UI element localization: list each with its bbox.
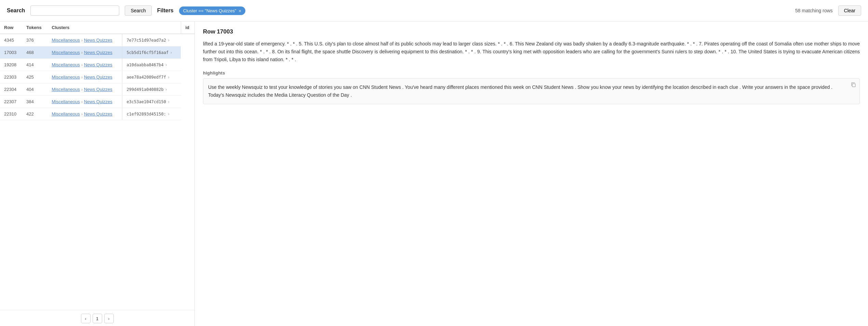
cell-id: e3c53ae1047cd150 › [122,96,181,108]
table-row[interactable]: 4345 376 Miscellaneous › News Quizzes 7e… [0,34,194,46]
results-table: Row Tokens Clusters id 4345 376 Miscella… [0,22,194,120]
cluster-child-link[interactable]: News Quizzes [84,99,112,104]
filters-label: Filters [157,8,174,14]
cluster-arrow-icon: › [81,99,83,104]
id-value: c1ef92893d45150: [126,112,166,117]
cell-cluster-parent[interactable]: Miscellaneous › News Quizzes [48,71,122,83]
table-body: 4345 376 Miscellaneous › News Quizzes 7e… [0,34,194,120]
cell-cluster-parent[interactable]: Miscellaneous › News Quizzes [48,83,122,96]
filter-chip-close-icon[interactable]: × [239,8,242,13]
detail-highlights-box: Use the weekly Newsquiz to test your kno… [203,78,860,104]
current-page-number: 1 [93,314,102,323]
cluster-parent-link[interactable]: Miscellaneous [52,99,80,104]
id-arrow-icon: › [165,87,167,92]
id-value: aee78a42009edf7f [126,75,166,80]
cluster-parent-link[interactable]: Miscellaneous [52,62,80,67]
cell-row: 4345 [0,34,22,46]
detail-panel: Row 17003 lifted a 19-year-old state of … [195,22,868,326]
col-header-clusters: Clusters [48,22,181,34]
cell-id: a10daabba8467b4 › [122,59,181,71]
matching-rows-label: 58 matching rows [795,8,833,13]
cluster-child-link[interactable]: News Quizzes [84,38,112,43]
cluster-arrow-icon: › [81,38,83,43]
col-header-id: id [181,22,194,34]
detail-row-title: Row 17003 [203,28,860,35]
table-row[interactable]: 22303 425 Miscellaneous › News Quizzes a… [0,71,194,83]
id-arrow-icon: › [170,50,172,55]
cell-cluster-parent[interactable]: Miscellaneous › News Quizzes [48,96,122,108]
cluster-parent-link[interactable]: Miscellaneous [52,38,80,43]
cell-id: aee78a42009edf7f › [122,71,181,83]
next-page-button[interactable]: › [104,314,114,323]
table-row[interactable]: 22304 404 Miscellaneous › News Quizzes 2… [0,83,194,96]
cell-id: 299d491a040882b › [122,83,181,96]
cell-id: 7e77c51d97ead7a2 › [122,34,181,46]
search-input[interactable] [30,5,119,16]
cell-row: 22307 [0,96,22,108]
table-row[interactable]: 19208 414 Miscellaneous › News Quizzes a… [0,59,194,71]
cell-cluster-parent[interactable]: Miscellaneous › News Quizzes [48,108,122,120]
cluster-child-link[interactable]: News Quizzes [84,50,112,55]
filter-chip: Cluster == "News Quizzes" × [179,6,246,15]
col-header-row: Row [0,22,22,34]
cell-row: 22310 [0,108,22,120]
id-value: a10daabba8467b4 [126,63,163,67]
cell-tokens: 422 [22,108,48,120]
cluster-child-link[interactable]: News Quizzes [84,74,112,80]
table-row[interactable]: 22310 422 Miscellaneous › News Quizzes c… [0,108,194,120]
cell-cluster-parent[interactable]: Miscellaneous › News Quizzes [48,34,122,46]
copy-highlights-button[interactable] [851,82,856,89]
id-arrow-icon: › [167,38,170,43]
cell-tokens: 468 [22,46,48,59]
id-arrow-icon: › [167,75,170,80]
col-header-tokens: Tokens [22,22,48,34]
cluster-arrow-icon: › [81,112,83,117]
cell-cluster-parent[interactable]: Miscellaneous › News Quizzes [48,46,122,59]
detail-body-text: lifted a 19-year-old state of emergency.… [203,40,860,64]
search-button[interactable]: Search [125,5,151,16]
cluster-parent-link[interactable]: Miscellaneous [52,111,80,117]
cluster-parent-link[interactable]: Miscellaneous [52,87,80,92]
cell-tokens: 376 [22,34,48,46]
svg-rect-0 [852,84,855,87]
cluster-child-link[interactable]: News Quizzes [84,62,112,67]
cell-tokens: 404 [22,83,48,96]
prev-page-button[interactable]: ‹ [81,314,91,323]
cell-row: 19208 [0,59,22,71]
cluster-parent-link[interactable]: Miscellaneous [52,50,80,55]
table-panel: Row Tokens Clusters id 4345 376 Miscella… [0,22,195,326]
main-layout: Row Tokens Clusters id 4345 376 Miscella… [0,22,868,326]
cluster-arrow-icon: › [81,63,83,67]
cluster-arrow-icon: › [81,50,83,55]
cell-id: c1ef92893d45150: › [122,108,181,120]
id-value: 299d491a040882b [126,87,163,92]
cluster-child-link[interactable]: News Quizzes [84,111,112,117]
cell-row: 22304 [0,83,22,96]
cluster-parent-link[interactable]: Miscellaneous [52,74,80,80]
search-label: Search [7,8,25,14]
cluster-arrow-icon: › [81,87,83,92]
cell-tokens: 425 [22,71,48,83]
id-arrow-icon: › [165,63,167,67]
id-value: 5cb5d1f6cf5f16aaf [126,50,168,55]
cell-row: 22303 [0,71,22,83]
table-row[interactable]: 17003 468 Miscellaneous › News Quizzes 5… [0,46,194,59]
toolbar: Search Search Filters Cluster == "News Q… [0,0,868,22]
data-table: Row Tokens Clusters id 4345 376 Miscella… [0,22,194,310]
cluster-child-link[interactable]: News Quizzes [84,87,112,92]
detail-highlights-text: Use the weekly Newsquiz to test your kno… [208,84,832,98]
table-header-row: Row Tokens Clusters id [0,22,194,34]
id-value: e3c53ae1047cd150 [126,99,166,104]
filter-chip-text: Cluster == "News Quizzes" [183,8,236,13]
id-arrow-icon: › [167,112,170,117]
detail-highlights-label: highlights [203,70,860,76]
pagination: ‹ 1 › [0,310,194,326]
cell-id: 5cb5d1f6cf5f16aaf › [122,46,181,59]
cell-tokens: 384 [22,96,48,108]
table-row[interactable]: 22307 384 Miscellaneous › News Quizzes e… [0,96,194,108]
id-arrow-icon: › [167,99,170,104]
cell-cluster-parent[interactable]: Miscellaneous › News Quizzes [48,59,122,71]
id-value: 7e77c51d97ead7a2 [126,38,166,43]
clear-button[interactable]: Clear [838,5,861,16]
cell-row: 17003 [0,46,22,59]
